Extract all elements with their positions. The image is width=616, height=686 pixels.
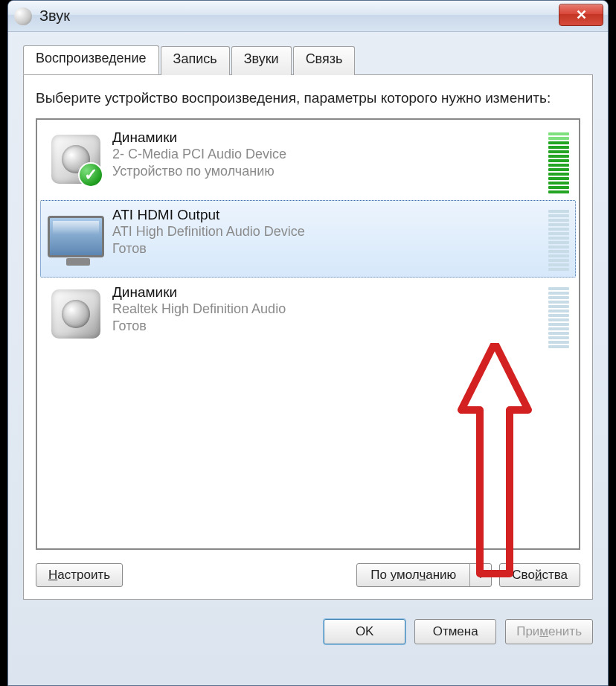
tab-communications[interactable]: Связь xyxy=(293,46,356,75)
monitor-icon xyxy=(44,207,108,266)
set-default-button[interactable]: По умолчанию xyxy=(356,563,492,587)
tab-sounds[interactable]: Звуки xyxy=(231,46,292,75)
properties-button[interactable]: Свойства xyxy=(499,563,580,587)
close-icon: ✕ xyxy=(576,7,587,23)
apply-button[interactable]: Применить xyxy=(505,619,593,644)
speaker-icon: ✓ xyxy=(44,129,108,189)
dialog-buttons: OK Отмена Применить xyxy=(8,609,608,644)
configure-button[interactable]: Настроить xyxy=(36,563,123,587)
ok-button[interactable]: OK xyxy=(324,619,405,644)
sound-dialog: Звук ✕ Воспроизведение Запись Звуки Связ… xyxy=(7,0,609,686)
tab-recording[interactable]: Запись xyxy=(161,46,230,75)
arrow-annotation xyxy=(454,343,536,581)
cancel-button[interactable]: Отмена xyxy=(414,619,496,644)
instruction-text: Выберите устройство воспроизведения, пар… xyxy=(36,89,580,108)
level-meter xyxy=(548,284,569,348)
device-text: Динамики Realtek High Definition Audio Г… xyxy=(108,284,548,336)
device-driver: Realtek High Definition Audio xyxy=(112,301,548,318)
panel-buttons: Настроить По умолчанию Свойства xyxy=(36,563,580,587)
level-meter xyxy=(548,129,569,193)
device-name: Динамики xyxy=(112,284,548,301)
device-name: Динамики xyxy=(112,129,548,146)
device-row[interactable]: ATI HDMI Output ATI High Definition Audi… xyxy=(40,200,576,278)
close-button[interactable]: ✕ xyxy=(559,4,603,26)
device-driver: ATI High Definition Audio Device xyxy=(112,223,548,240)
device-status: Готов xyxy=(112,240,548,257)
tab-playback[interactable]: Воспроизведение xyxy=(23,45,159,74)
device-driver: 2- C-Media PCI Audio Device xyxy=(112,146,548,163)
device-status: Устройство по умолчанию xyxy=(112,163,548,180)
device-name: ATI HDMI Output xyxy=(112,207,548,223)
sound-app-icon xyxy=(14,7,32,25)
device-row[interactable]: ✓ Динамики 2- C-Media PCI Audio Device У… xyxy=(40,123,576,200)
default-check-icon: ✓ xyxy=(78,162,103,187)
device-list[interactable]: ✓ Динамики 2- C-Media PCI Audio Device У… xyxy=(36,118,580,550)
level-meter xyxy=(548,207,569,271)
device-status: Готов xyxy=(112,318,548,335)
tab-bar: Воспроизведение Запись Звуки Связь xyxy=(23,45,593,74)
chevron-down-icon[interactable] xyxy=(470,564,491,586)
device-row[interactable]: Динамики Realtek High Definition Audio Г… xyxy=(40,278,576,355)
tab-panel: Выберите устройство воспроизведения, пар… xyxy=(23,74,593,600)
window-title: Звук xyxy=(39,7,70,25)
speaker-icon xyxy=(44,284,108,344)
content-area: Воспроизведение Запись Звуки Связь Выбер… xyxy=(8,32,608,609)
titlebar[interactable]: Звук ✕ xyxy=(8,1,608,32)
device-text: Динамики 2- C-Media PCI Audio Device Уст… xyxy=(108,129,548,181)
device-text: ATI HDMI Output ATI High Definition Audi… xyxy=(108,207,548,258)
